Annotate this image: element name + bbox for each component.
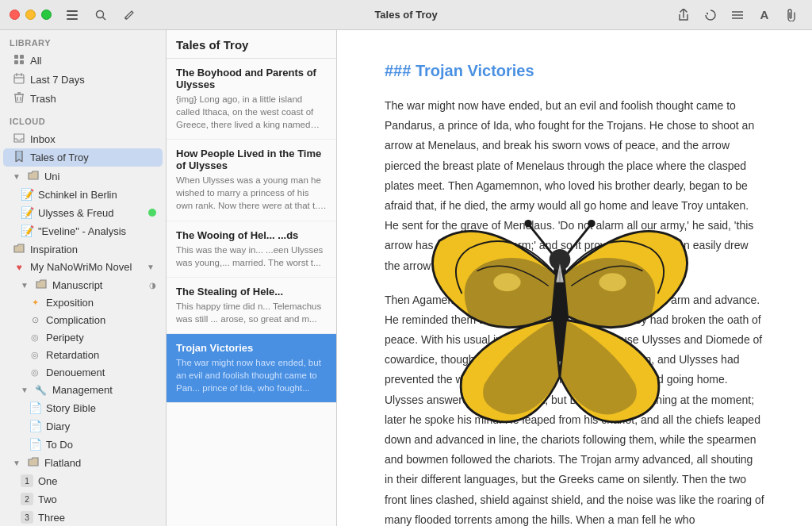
nanowrimo-label: My NaNoWriMo Novel: [30, 261, 142, 273]
complication-icon: ⊙: [29, 315, 41, 325]
uni-disclosure: ▼: [13, 172, 21, 181]
icloud-section-label: iCloud: [0, 109, 166, 129]
tales-label: Tales of Troy: [30, 152, 156, 163]
sidebar-item-inspiration[interactable]: Inspiration: [3, 240, 163, 258]
one-label: One: [38, 475, 156, 487]
sidebar-item-uni[interactable]: ▼ Uni: [3, 167, 163, 185]
sidebar-item-flatland[interactable]: ▼ Flatland: [3, 454, 163, 471]
svg-rect-2: [67, 18, 78, 20]
svg-rect-15: [14, 75, 24, 83]
svg-line-4: [103, 17, 106, 20]
inbox-label: Inbox: [30, 133, 156, 145]
nanowrimo-disclosure: ▼: [147, 263, 155, 271]
sidebar-item-two[interactable]: 2 Two: [3, 490, 163, 508]
flatland-label: Flatland: [44, 457, 156, 469]
app-body: Library All Last 7 Days Trash iCloud Inb: [0, 30, 812, 526]
eveline-icon: 📝: [21, 225, 33, 237]
note-item-wooing[interactable]: The Wooing of Hel... ...ds This was the …: [167, 221, 336, 278]
heart-icon: ♥: [13, 262, 25, 273]
titlebar: Tales of Troy A: [0, 0, 812, 30]
sidebar-item-storybible[interactable]: 📄 Story Bible: [3, 399, 163, 417]
sidebar-item-retardation[interactable]: ◎ Retardation: [3, 347, 163, 363]
note-title-stealing: The Stealing of Hele...: [176, 286, 327, 298]
sidebar-item-nanowrimo[interactable]: ♥ My NaNoWriMo Novel ▼: [3, 259, 163, 275]
main-content[interactable]: ### Trojan Victories The war might now h…: [337, 30, 812, 526]
sidebar-item-diary[interactable]: 📄 Diary: [3, 417, 163, 435]
sidebar-item-inbox[interactable]: Inbox: [3, 130, 163, 148]
note-item-lived[interactable]: How People Lived in the Time of Ulysses …: [167, 140, 336, 221]
sidebar-item-peripety[interactable]: ◎ Peripety: [3, 329, 163, 346]
titlebar-left-icons: [61, 6, 140, 24]
sidebar-item-manuscript[interactable]: ▼ Manuscript ◑: [3, 276, 163, 294]
traffic-lights: [10, 10, 52, 20]
font-button[interactable]: A: [753, 6, 776, 24]
svg-rect-13: [14, 60, 18, 64]
inspiration-label: Inspiration: [30, 244, 156, 255]
content-heading: ### Trojan Victories: [385, 62, 764, 80]
trash-icon: [13, 92, 25, 106]
two-icon: 2: [21, 493, 33, 505]
peripety-label: Peripety: [46, 332, 156, 344]
management-icon: 🔧: [35, 385, 48, 396]
sidebar-item-schinkel[interactable]: 📝 Schinkel in Berlin: [3, 186, 163, 203]
content-paragraph-1: The war might now have ended, but an evi…: [385, 96, 764, 276]
sidebar-item-ulysses[interactable]: 📝 Ulysses & Freud: [3, 204, 163, 221]
flatland-icon: [27, 456, 40, 469]
note-item-trojan[interactable]: Trojan Victories The war might now have …: [167, 334, 336, 403]
sidebar-item-one[interactable]: 1 One: [3, 472, 163, 490]
note-title-boyhood: The Boyhood and Parents of Ulysses: [176, 67, 327, 90]
schinkel-icon: 📝: [21, 188, 33, 201]
sidebar-item-exposition[interactable]: ✦ Exposition: [3, 294, 163, 311]
note-preview-lived: When Ulysses was a young man he wished t…: [176, 174, 327, 212]
exposition-label: Exposition: [46, 297, 156, 309]
sidebar-item-tales[interactable]: Tales of Troy: [3, 148, 163, 167]
sidebar-item-trash[interactable]: Trash: [3, 90, 163, 108]
sidebar-item-eveline[interactable]: 📝 "Eveline" - Analysis: [3, 222, 163, 240]
sidebar-item-management[interactable]: ▼ 🔧 Management: [3, 382, 163, 398]
sidebar-item-complication[interactable]: ⊙ Complication: [3, 312, 163, 328]
three-icon: 3: [21, 511, 33, 524]
note-list-header: Tales of Troy: [167, 30, 336, 59]
sidebar-item-denouement[interactable]: ◎ Denouement: [3, 364, 163, 381]
note-item-stealing[interactable]: The Stealing of Hele... This happy time …: [167, 278, 336, 334]
retardation-label: Retardation: [46, 349, 156, 361]
denouement-label: Denouement: [46, 367, 156, 378]
manuscript-disclosure: ▼: [21, 281, 29, 290]
window-title: Tales of Troy: [374, 9, 437, 21]
library-section-label: Library: [0, 30, 166, 51]
flatland-disclosure: ▼: [13, 459, 21, 467]
svg-rect-0: [67, 10, 78, 12]
sidebar-toggle-button[interactable]: [61, 6, 83, 24]
sidebar-item-all[interactable]: All: [3, 52, 163, 70]
close-button[interactable]: [10, 10, 20, 20]
note-preview-wooing: This was the way in... ...een Ulysses wa…: [176, 244, 327, 269]
schinkel-label: Schinkel in Berlin: [38, 189, 156, 201]
tales-icon: [13, 151, 25, 164]
note-preview-boyhood: {img} Long ago, in a little island calle…: [176, 93, 327, 131]
svg-point-3: [97, 10, 104, 17]
sidebar-item-last7[interactable]: Last 7 Days: [3, 71, 163, 89]
svg-rect-12: [20, 55, 24, 59]
ulysses-badge: [148, 209, 156, 217]
search-button[interactable]: [90, 6, 112, 24]
attach-button[interactable]: [780, 6, 802, 24]
diary-icon: 📄: [29, 420, 41, 432]
uni-label: Uni: [44, 171, 156, 182]
trash-label: Trash: [30, 93, 156, 105]
maximize-button[interactable]: [41, 10, 52, 20]
sidebar-item-three[interactable]: 3 Three: [3, 509, 163, 526]
sidebar-item-todo[interactable]: 📄 To Do: [3, 436, 163, 453]
menu-button[interactable]: [726, 6, 749, 24]
note-item-boyhood[interactable]: The Boyhood and Parents of Ulysses {img}…: [167, 59, 336, 140]
sync-button[interactable]: [699, 6, 722, 24]
ulysses-icon: 📝: [21, 206, 33, 219]
note-title-trojan: Trojan Victories: [176, 342, 327, 354]
manuscript-spinner: ◑: [149, 281, 156, 290]
exposition-icon: ✦: [29, 298, 41, 308]
manuscript-label: Manuscript: [52, 279, 144, 291]
compose-button[interactable]: [118, 6, 140, 24]
share-button[interactable]: [672, 6, 695, 24]
minimize-button[interactable]: [25, 10, 36, 20]
titlebar-right-icons: A: [672, 6, 802, 24]
todo-label: To Do: [46, 439, 156, 451]
